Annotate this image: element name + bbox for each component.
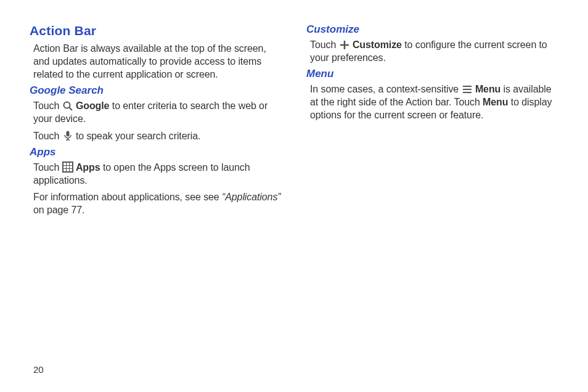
svg-rect-7	[67, 163, 69, 165]
google-line-2: Touch to speak your search criteria.	[30, 129, 282, 142]
menu-bold-2: Menu	[483, 97, 508, 107]
svg-rect-9	[63, 166, 66, 168]
page-columns: Action Bar Action Bar is always availabl…	[30, 23, 558, 220]
svg-rect-8	[70, 163, 72, 165]
svg-rect-10	[67, 166, 69, 168]
page-number: 20	[33, 364, 44, 375]
right-column: Customize Touch Customize to configure t…	[306, 23, 558, 220]
apps-grid-icon	[62, 161, 73, 173]
text-fragment: Touch	[310, 39, 339, 50]
apps-line-2: For information about applications, see …	[30, 190, 282, 216]
svg-rect-6	[63, 163, 66, 165]
menu-line: In some cases, a context-sensitive Menu …	[306, 83, 558, 121]
text-fragment: Touch	[33, 131, 62, 141]
microphone-icon	[62, 130, 73, 141]
applications-reference: “Applications”	[222, 192, 281, 202]
apps-line-1: Touch Apps to open the Apps screen t	[30, 161, 282, 187]
google-line-1: Touch Google to enter criteria to search…	[30, 99, 282, 125]
text-fragment: on page 77.	[33, 205, 84, 215]
text-fragment: to speak your search criteria.	[76, 131, 200, 141]
menu-icon	[462, 84, 473, 95]
svg-line-1	[69, 108, 72, 111]
subheading-customize: Customize	[306, 23, 558, 36]
apps-bold: Apps	[76, 162, 100, 173]
section-heading-action-bar: Action Bar	[30, 23, 282, 38]
plus-icon	[339, 39, 350, 51]
subheading-menu: Menu	[306, 68, 558, 80]
text-fragment: In some cases, a context-sensitive	[310, 84, 462, 94]
left-column: Action Bar Action Bar is always availabl…	[30, 23, 282, 220]
svg-rect-14	[70, 169, 72, 171]
svg-rect-11	[70, 166, 72, 168]
text-fragment: Touch	[33, 100, 62, 111]
text-fragment: For information about applications, see …	[33, 192, 222, 202]
search-icon	[62, 100, 73, 112]
svg-rect-12	[63, 169, 66, 171]
svg-point-0	[63, 102, 70, 108]
svg-rect-13	[67, 169, 69, 171]
svg-rect-2	[66, 131, 69, 137]
action-bar-intro: Action Bar is always available at the to…	[30, 42, 282, 81]
customize-line: Touch Customize to configure the current…	[306, 38, 558, 64]
text-fragment: Touch	[33, 162, 62, 173]
subheading-google-search: Google Search	[30, 84, 282, 97]
menu-bold-1: Menu	[475, 84, 500, 94]
customize-bold: Customize	[353, 39, 402, 50]
google-bold: Google	[76, 100, 110, 111]
subheading-apps: Apps	[30, 146, 282, 158]
